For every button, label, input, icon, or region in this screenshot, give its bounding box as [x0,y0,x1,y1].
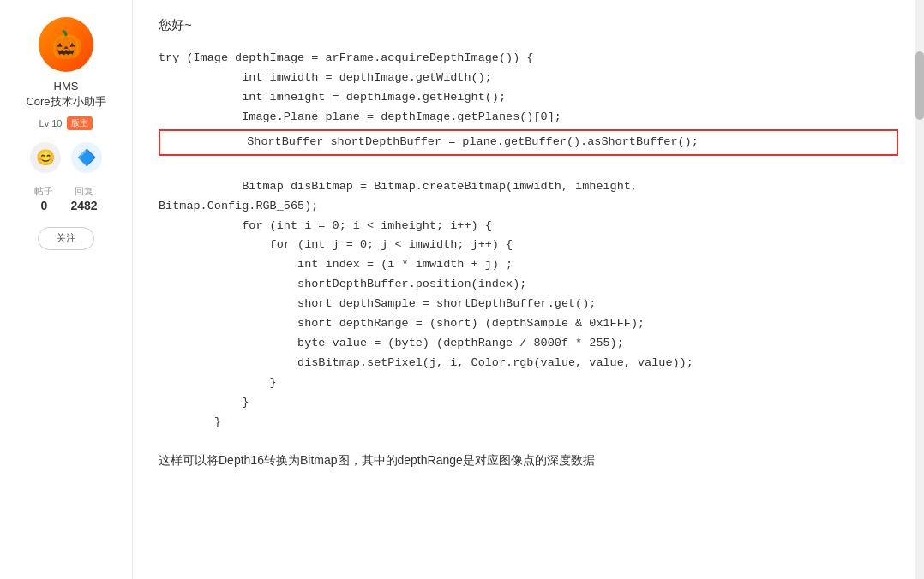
code-line-4: Image.Plane plane = depthImage.getPlanes… [159,108,898,128]
code-line-17: } [159,373,898,393]
code-line-5-highlighted: ShortBuffer shortDepthBuffer = plane.get… [159,129,898,156]
username: HMS Core技术小助手 [26,79,105,110]
code-line-6 [159,158,898,177]
code-line-2: int imwidth = depthImage.getWidth(); [159,69,898,88]
bottom-text: 这样可以将Depth16转换为Bitmap图，其中的depthRange是对应图… [159,453,898,469]
code-line-9: for (int i = 0; i < imheight; i++) { [159,217,898,236]
code-line-15: byte value = (byte) (depthRange / 8000f … [159,334,898,354]
emoji-icon-1[interactable]: 😊 [30,142,61,173]
code-line-1: try (Image depthImage = arFrame.acquireD… [159,49,898,69]
level-badge: Lv 10 [39,118,63,128]
code-line-10: for (int j = 0; j < imwidth; j++) { [159,236,898,255]
code-line-7: Bitmap disBitmap = Bitmap.createBitmap(i… [159,177,898,197]
avatar: 🎃 [39,17,93,72]
level-row: Lv 10 版主 [39,116,93,130]
greeting: 您好~ [159,17,898,33]
code-line-18: } [159,393,898,413]
vip-badge: 版主 [67,116,93,130]
code-line-8: Bitmap.Config.RGB_565); [159,197,898,217]
code-line-3: int imheight = depthImage.getHeight(); [159,88,898,108]
code-line-13: short depthSample = shortDepthBuffer.get… [159,295,898,314]
code-line-19: } [159,413,898,433]
code-block: try (Image depthImage = arFrame.acquireD… [159,49,898,433]
icon-row: 😊 🔷 [30,142,102,173]
main-content: 您好~ try (Image depthImage = arFrame.acqu… [133,0,924,579]
scrollbar-thumb[interactable] [915,51,924,120]
code-line-14: short depthRange = (short) (depthSample … [159,314,898,334]
replies-stat: 回复 2482 [70,185,97,213]
code-line-16: disBitmap.setPixel(j, i, Color.rgb(value… [159,354,898,373]
scrollbar[interactable] [915,0,924,579]
code-line-12: shortDepthBuffer.position(index); [159,275,898,295]
posts-stat: 帖子 0 [34,185,53,213]
stats-row: 帖子 0 回复 2482 [34,185,97,213]
sidebar: 🎃 HMS Core技术小助手 Lv 10 版主 😊 🔷 帖子 0 回复 248… [0,0,133,579]
follow-button[interactable]: 关注 [38,227,94,250]
code-line-11: int index = (i * imwidth + j) ; [159,255,898,275]
emoji-icon-2[interactable]: 🔷 [71,142,102,173]
